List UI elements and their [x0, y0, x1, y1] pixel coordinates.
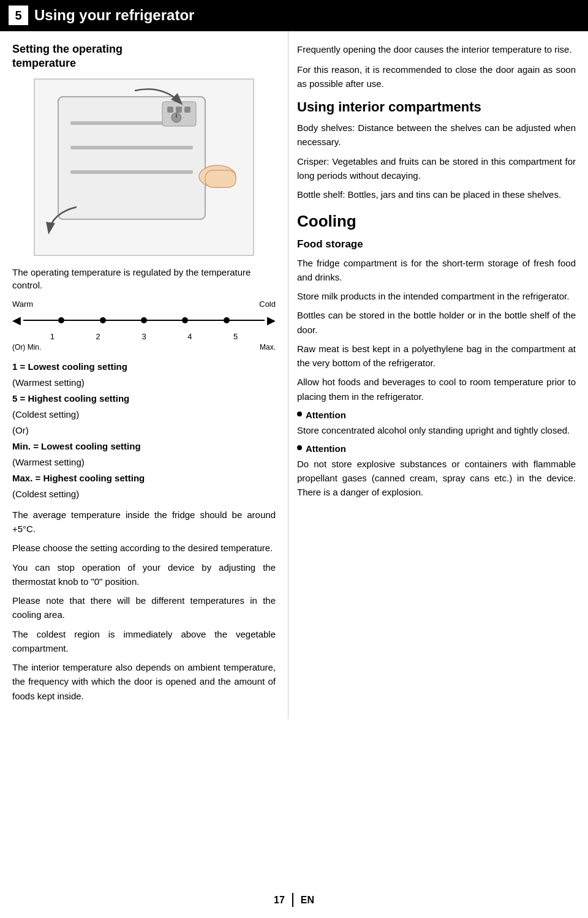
left-para-4: Please note that there will be different… — [12, 593, 276, 622]
left-para-3: You can stop operation of your device by… — [12, 560, 276, 589]
header-number: 5 — [9, 6, 28, 25]
scale-line-4 — [147, 320, 182, 321]
right-arrow-icon: ▶ — [267, 312, 276, 328]
svg-rect-8 — [184, 107, 190, 113]
svg-rect-3 — [70, 146, 193, 149]
min-label: (Or) Min. — [12, 342, 41, 353]
scale-line-1 — [23, 320, 58, 321]
temp-scale-container: Warm Cold ◀ — [12, 299, 276, 353]
left-arrow-icon: ◀ — [12, 312, 21, 328]
warm-label: Warm — [12, 299, 33, 310]
scale-num-4: 4 — [187, 331, 192, 343]
svg-rect-6 — [167, 107, 173, 113]
scale-dot-2 — [100, 317, 106, 323]
svg-rect-12 — [205, 170, 236, 187]
content-area: Setting the operatingtemperature — [0, 31, 588, 719]
language-label: EN — [293, 893, 314, 907]
page-header: 5 Using your refrigerator — [0, 0, 588, 31]
cooling-line5: (Or) — [12, 423, 276, 438]
cooling-line6: Min. = Lowest cooling setting — [12, 439, 276, 454]
scale-num-2: 2 — [96, 331, 100, 343]
page: 5 Using your refrigerator Setting the op… — [0, 0, 588, 918]
left-body-paragraphs: The average temperature inside the fridg… — [12, 508, 276, 703]
scale-line-2 — [64, 320, 99, 321]
cooling-line9: (Coldest setting) — [12, 487, 276, 502]
attention-text-1: Store concentrated alcohol only standing… — [297, 423, 576, 437]
temp-scale-bar: ◀ ▶ — [12, 312, 276, 328]
scale-line-6 — [230, 320, 265, 321]
left-column: Setting the operatingtemperature — [0, 31, 288, 719]
svg-rect-4 — [70, 170, 193, 174]
scale-num-5: 5 — [233, 331, 238, 343]
attention-label-2: Attention — [306, 442, 346, 456]
food-storage-heading: Food storage — [297, 237, 576, 252]
temp-scale-labels: Warm Cold — [12, 299, 276, 310]
food-para-4: Raw meat is best kept in a polyethylene … — [297, 342, 576, 371]
left-para-2: Please choose the setting according to t… — [12, 541, 276, 555]
interior-para-2: Crisper: Vegetables and fruits can be st… — [297, 154, 576, 183]
food-para-2: Store milk products in the intended comp… — [297, 289, 576, 303]
cooling-settings: 1 = Lowest cooling setting (Warmest sett… — [12, 359, 276, 502]
interior-compartments-section: Using interior compartments Body shelves… — [297, 99, 576, 202]
fridge-image-area — [12, 78, 276, 256]
page-number: 17 — [274, 893, 293, 907]
cooling-heading: Cooling — [297, 210, 576, 233]
svg-rect-7 — [176, 107, 182, 113]
interior-para-3: Bottle shelf: Bottles, jars and tins can… — [297, 187, 576, 201]
cooling-line8: Max. = Highest cooling setting — [12, 471, 276, 486]
right-intro-1: Frequently opening the door causes the i… — [297, 42, 576, 56]
header-title: Using your refrigerator — [34, 5, 194, 26]
scale-num-3: 3 — [141, 331, 146, 343]
page-footer: 17 EN — [0, 893, 588, 907]
interior-compartments-heading: Using interior compartments — [297, 99, 576, 116]
food-para-5: Allow hot foods and beverages to cool to… — [297, 375, 576, 404]
max-label: Max. — [260, 342, 276, 353]
scale-numbers: 1 2 3 4 5 — [12, 331, 276, 343]
scale-dot-4 — [182, 317, 188, 323]
scale-sublabels: (Or) Min. Max. — [12, 342, 276, 353]
cooling-section: Cooling Food storage The fridge compartm… — [297, 210, 576, 499]
attention-text-2: Do not store explosive substances or con… — [297, 457, 576, 500]
cooling-line3: 5 = Highest cooling setting — [12, 391, 276, 406]
cooling-line1: 1 = Lowest cooling setting — [12, 359, 276, 374]
attention-item-2: Attention — [297, 442, 576, 456]
cooling-line4: (Coldest setting) — [12, 407, 276, 422]
right-column: Frequently opening the door causes the i… — [288, 31, 588, 719]
attention-item-1: Attention — [297, 408, 576, 422]
bullet-dot-1 — [297, 412, 302, 416]
food-storage-subsection: Food storage The fridge compartment is f… — [297, 237, 576, 499]
scale-dot-5 — [224, 317, 230, 323]
left-para-6: The interior temperature also depends on… — [12, 660, 276, 703]
food-para-3: Bottles can be stored in the bottle hold… — [297, 308, 576, 337]
setting-temperature-heading: Setting the operatingtemperature — [12, 42, 276, 71]
bullet-dot-2 — [297, 445, 302, 450]
left-para-1: The average temperature inside the fridg… — [12, 508, 276, 536]
scale-line-3 — [106, 320, 141, 321]
food-para-1: The fridge compartment is for the short-… — [297, 256, 576, 285]
right-intro-2: For this reason, it is recommended to cl… — [297, 62, 576, 91]
cooling-line7: (Warmest setting) — [12, 455, 276, 470]
scale-dot-1 — [58, 317, 64, 323]
fridge-svg — [40, 85, 248, 250]
left-para-5: The coldest region is immediately above … — [12, 627, 276, 656]
scale-num-1: 1 — [50, 331, 55, 343]
scale-dot-3 — [141, 317, 147, 323]
fridge-illustration — [34, 78, 254, 256]
attention-label-1: Attention — [306, 408, 346, 422]
cold-label: Cold — [259, 299, 276, 310]
cooling-line2: (Warmest setting) — [12, 375, 276, 390]
temp-description: The operating temperature is regulated b… — [12, 266, 276, 292]
interior-para-1: Body shelves: Distance between the shelv… — [297, 121, 576, 149]
scale-dots — [23, 317, 265, 323]
scale-line-5 — [188, 320, 223, 321]
